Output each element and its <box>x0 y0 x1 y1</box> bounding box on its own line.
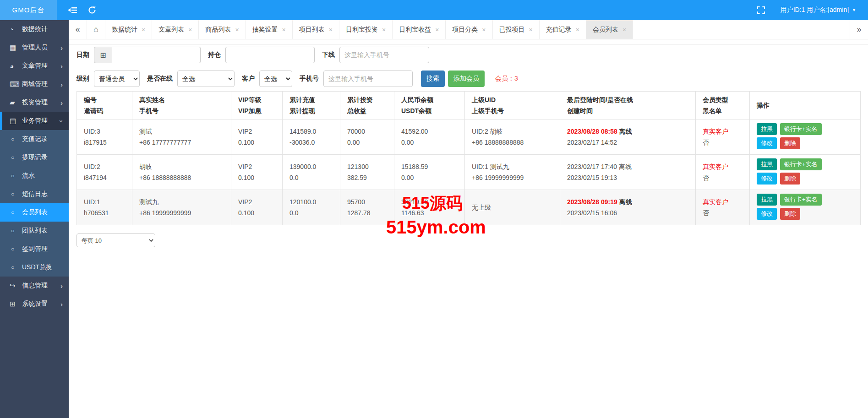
book-icon: ▤ <box>10 117 19 125</box>
sidebar-item-member-list[interactable]: ○ 会员列表 <box>0 203 69 222</box>
dashboard-icon: ◔ <box>10 26 19 33</box>
customer-select[interactable]: 全选 <box>259 71 292 87</box>
sidebar-item-flow[interactable]: ○ 流水 <box>0 167 69 185</box>
app-logo: GMO后台 <box>0 0 57 20</box>
pie-chart-icon: ◕ <box>10 62 19 70</box>
blacklist-button[interactable]: 拉黑 <box>757 158 777 170</box>
admin-app: GMO后台 用户ID:1 用户名:[admin] ▼ <box>0 0 868 418</box>
edit-button[interactable]: 修改 <box>757 137 777 149</box>
sidebar-item-articles[interactable]: ◕ 文章管理 › <box>0 57 69 75</box>
col-id: 编号邀请码 <box>77 92 132 119</box>
tabs-scroll-left-button[interactable]: « <box>69 20 87 39</box>
sidebar-item-sms-log[interactable]: ○ 短信日志 <box>0 185 69 203</box>
user-menu[interactable]: 用户ID:1 用户名:[admin] ▼ <box>781 6 856 14</box>
col-invest: 累计投资总收益 <box>340 92 394 119</box>
calendar-icon[interactable]: ⊞ <box>94 47 112 63</box>
sidebar-item-recharge-records[interactable]: ○ 充值记录 <box>0 130 69 148</box>
sidebar-item-usdt-exchange[interactable]: ○ USDT兑换 <box>0 258 69 277</box>
home-tab-button[interactable]: ⌂ <box>87 20 105 39</box>
col-recharge: 累计充值累计提现 <box>283 92 340 119</box>
sidebar-item-business[interactable]: ▤ 业务管理 › <box>0 112 69 130</box>
tab-project-list[interactable]: 项目列表 × <box>293 20 339 39</box>
blacklist-flag: 否 <box>703 137 745 148</box>
bankcard-realname-button[interactable]: 银行卡+实名 <box>780 123 822 135</box>
table-row: UID:2i847194 胡岐+86 18888888888 VIP20.100… <box>77 155 861 190</box>
close-icon[interactable]: × <box>576 26 579 33</box>
phone-input[interactable] <box>323 71 413 87</box>
phone-label: 手机号 <box>300 75 319 83</box>
sidebar-item-mall[interactable]: ⌨ 商城管理 › <box>0 75 69 93</box>
delete-button[interactable]: 删除 <box>780 137 800 149</box>
sidebar-item-signin[interactable]: ○ 签到管理 <box>0 240 69 258</box>
close-icon[interactable]: × <box>382 26 386 33</box>
last-login-time: 2023/08/28 08:58 <box>567 128 617 135</box>
position-input[interactable] <box>225 47 315 63</box>
close-icon[interactable]: × <box>529 26 533 33</box>
sidebar-item-investment[interactable]: ▰ 投资管理 › <box>0 93 69 112</box>
close-icon[interactable]: × <box>235 26 239 33</box>
date-input[interactable] <box>112 47 201 63</box>
page-size-select[interactable]: 每页 10 <box>76 233 155 247</box>
calendar-icon: ⊞ <box>10 300 19 308</box>
radio-icon: ○ <box>11 173 19 179</box>
position-label: 持仓 <box>208 51 221 59</box>
created-time: 2023/02/15 19:13 <box>567 172 691 183</box>
bankcard-realname-button[interactable]: 银行卡+实名 <box>780 194 822 206</box>
tab-lottery-settings[interactable]: 抽奖设置 × <box>246 20 293 39</box>
sidebar-item-withdraw-records[interactable]: ○ 提现记录 <box>0 148 69 167</box>
add-member-button[interactable]: 添加会员 <box>448 71 485 87</box>
fullscreen-icon[interactable] <box>757 6 765 14</box>
online-select[interactable]: 全选 <box>177 71 235 87</box>
chevron-right-icon: › <box>60 81 63 88</box>
downline-input[interactable] <box>339 47 429 63</box>
level-label: 级别 <box>76 75 89 83</box>
tab-project-category[interactable]: 项目分类 × <box>446 20 492 39</box>
radio-icon: ○ <box>11 191 19 197</box>
close-icon[interactable]: × <box>188 26 192 33</box>
sidebar-item-team-list[interactable]: ○ 团队列表 <box>0 222 69 240</box>
delete-button[interactable]: 删除 <box>780 173 800 185</box>
created-time: 2023/02/17 14:52 <box>567 137 691 148</box>
tab-member-list[interactable]: 会员列表 × <box>586 20 633 39</box>
tabs-scroll-right-button[interactable]: » <box>850 20 868 39</box>
sidebar-item-settings[interactable]: ⊞ 系统设置 › <box>0 295 69 313</box>
close-icon[interactable]: × <box>142 26 145 33</box>
edit-button[interactable]: 修改 <box>757 173 777 185</box>
col-login: 最后登陆时间/是否在线创建时间 <box>560 92 696 119</box>
edit-button[interactable]: 修改 <box>757 208 777 220</box>
close-icon[interactable]: × <box>282 26 286 33</box>
tab-rilibao-income[interactable]: 日利宝收益 × <box>393 20 446 39</box>
blacklist-flag: 否 <box>703 172 745 183</box>
close-icon[interactable]: × <box>435 26 439 33</box>
tab-article-list[interactable]: 文章列表 × <box>152 20 199 39</box>
delete-button[interactable]: 删除 <box>780 208 800 220</box>
blacklist-button[interactable]: 拉黑 <box>757 194 777 206</box>
close-icon[interactable]: × <box>622 26 626 33</box>
online-status: 离线 <box>619 198 632 206</box>
filter-row-2: 级别 普通会员 是否在线 全选 客户 全选 手机号 搜索 添加会员 会员：3 <box>76 71 868 87</box>
close-icon[interactable]: × <box>482 26 486 33</box>
tab-recharge-records[interactable]: 充值记录 × <box>540 20 586 39</box>
tab-data-stats[interactable]: 数据统计 × <box>105 20 152 39</box>
col-vip: VIP等级VIP加息 <box>231 92 283 119</box>
sidebar-item-data-stats[interactable]: ◔ 数据统计 <box>0 20 69 38</box>
tab-goods-list[interactable]: 商品列表 × <box>199 20 246 39</box>
folder-icon: ▰ <box>10 98 19 107</box>
radio-icon: ○ <box>11 136 19 142</box>
level-select[interactable]: 普通会员 <box>94 71 140 87</box>
blacklist-button[interactable]: 拉黑 <box>757 123 777 135</box>
tab-invested-projects[interactable]: 已投项目 × <box>493 20 540 39</box>
col-type: 会员类型黑名单 <box>696 92 750 119</box>
tab-rilibao-invest[interactable]: 日利宝投资 × <box>339 20 393 39</box>
search-button[interactable]: 搜索 <box>421 71 445 87</box>
close-icon[interactable]: × <box>329 26 333 33</box>
grid-icon: ▦ <box>10 43 19 52</box>
bankcard-realname-button[interactable]: 银行卡+实名 <box>780 158 822 170</box>
sidebar-item-admins[interactable]: ▦ 管理人员 › <box>0 38 69 57</box>
radio-icon: ○ <box>11 228 19 234</box>
refresh-icon[interactable] <box>88 6 96 14</box>
sidebar-item-info[interactable]: ↪ 信息管理 › <box>0 277 69 295</box>
share-icon: ↪ <box>10 282 19 290</box>
menu-toggle-icon[interactable] <box>68 6 77 14</box>
sidebar: ◔ 数据统计 ▦ 管理人员 › ◕ 文章管理 › ⌨ 商城管理 › ▰ 投资管理… <box>0 20 69 418</box>
